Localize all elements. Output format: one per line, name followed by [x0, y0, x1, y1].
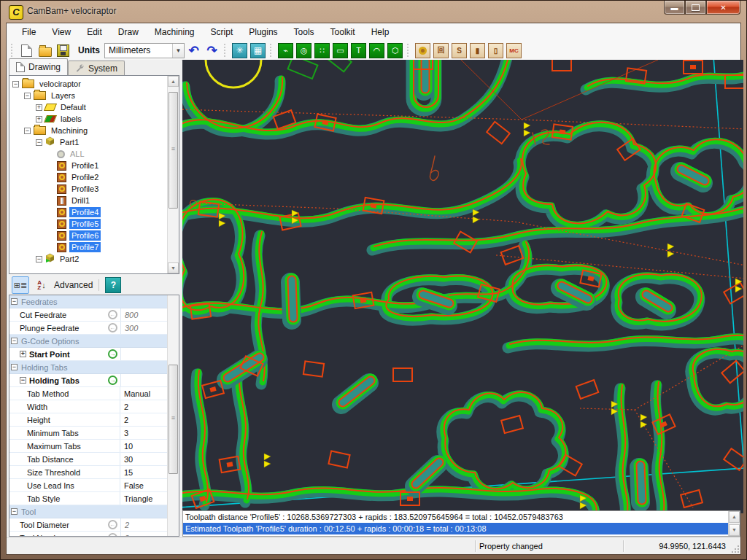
category-feedrates[interactable]: Feedrates — [9, 295, 179, 308]
scroll-up-icon[interactable]: ▲ — [168, 76, 179, 87]
menu-edit[interactable]: Edit — [79, 24, 110, 40]
set-value-icon[interactable]: → — [108, 376, 117, 385]
property-minimum-tabs[interactable]: Minimum Tabs3 — [9, 427, 179, 440]
tree-item-profile3[interactable]: Profile3 — [9, 183, 179, 195]
draw-polyline-button[interactable]: ⌁ — [277, 43, 294, 58]
property-height[interactable]: Height2 — [9, 413, 179, 427]
tab-system[interactable]: System — [68, 61, 125, 75]
tree-item-default-layer[interactable]: Default — [9, 101, 179, 113]
draw-text-button[interactable]: T — [350, 43, 367, 58]
category-gcode-options[interactable]: G-Code Options — [9, 335, 179, 348]
inherited-value-icon[interactable]: → — [108, 310, 117, 319]
drawing-tree[interactable]: velociraptor Layers Default labels Machi… — [9, 75, 179, 274]
draw-arc-button[interactable]: ◠ — [368, 43, 385, 58]
property-tool-number[interactable]: Tool Number→2 — [9, 532, 179, 537]
category-tool[interactable]: Tool — [9, 505, 179, 518]
toolpath-canvas[interactable] — [182, 60, 743, 513]
inherited-value-icon[interactable]: → — [108, 323, 117, 332]
menu-tools[interactable]: Tools — [286, 24, 322, 40]
property-size-threshold[interactable]: Size Threshold15 — [9, 466, 179, 479]
toggle-axes-button[interactable]: ✳ — [231, 43, 248, 58]
mop-engrave-button[interactable]: S — [451, 43, 468, 58]
tree-collapse-icon[interactable] — [12, 81, 19, 88]
units-combobox[interactable]: Millimeters ▼ — [104, 43, 185, 58]
mop-custom-button[interactable]: MC — [506, 43, 522, 58]
tree-item-profile7[interactable]: Profile7 — [9, 241, 179, 253]
tree-item-labels-layer[interactable]: labels — [9, 113, 179, 125]
property-start-point[interactable]: Start Point→ — [9, 348, 179, 361]
menu-view[interactable]: View — [44, 24, 79, 40]
close-button[interactable]: ✕ — [706, 1, 740, 15]
toggle-grid-button[interactable]: ▦ — [249, 43, 266, 58]
inherited-value-icon[interactable]: → — [108, 520, 117, 529]
alphabetical-sort-button[interactable]: AZ↓ — [34, 277, 50, 293]
tree-collapse-icon[interactable] — [36, 139, 42, 146]
property-tool-diameter[interactable]: Tool Diameter→2 — [9, 518, 179, 532]
mop-profile-button[interactable] — [414, 43, 431, 58]
tree-item-velociraptor[interactable]: velociraptor — [9, 78, 179, 90]
property-tab-style[interactable]: Tab StyleTriangle — [9, 492, 179, 505]
inherited-value-icon[interactable]: → — [108, 533, 117, 537]
chevron-down-icon[interactable]: ▼ — [172, 44, 184, 58]
menu-file[interactable]: File — [14, 24, 44, 40]
tree-item-drill1[interactable]: Drill1 — [9, 195, 179, 206]
property-cut-feedrate[interactable]: Cut Feedrate→800 — [9, 308, 179, 322]
collapse-icon[interactable] — [11, 508, 18, 515]
open-file-button[interactable] — [36, 43, 53, 58]
mop-pocket-button[interactable]: 回 — [433, 43, 449, 58]
resize-grip[interactable] — [730, 544, 740, 553]
draw-surface-button[interactable]: ⬡ — [387, 43, 403, 58]
undo-button[interactable]: ↶ — [185, 43, 202, 58]
draw-points-button[interactable]: ∷ — [314, 43, 330, 58]
menu-help[interactable]: Help — [363, 24, 398, 40]
collapse-icon[interactable] — [11, 364, 18, 370]
property-scrollbar[interactable] — [167, 295, 179, 536]
menu-machining[interactable]: Machining — [147, 24, 203, 40]
tree-item-profile4[interactable]: Profile4 — [9, 206, 179, 218]
title-bar[interactable]: C CamBam+ velociraptor ▬ ✕ — [1, 1, 746, 23]
property-width[interactable]: Width2 — [9, 400, 179, 413]
property-tab-distance[interactable]: Tab Distance30 — [9, 453, 179, 466]
tree-expand-icon[interactable] — [36, 104, 42, 111]
tree-collapse-icon[interactable] — [24, 93, 31, 99]
tree-expand-icon[interactable] — [36, 116, 42, 122]
draw-rectangle-button[interactable]: ▭ — [332, 43, 349, 58]
tree-scrollbar[interactable]: ▲ ▼ — [167, 76, 179, 273]
collapse-icon[interactable] — [11, 338, 18, 344]
message-log[interactable]: Toolpath distance 'Profile5' : 10268.536… — [182, 510, 740, 537]
minimize-button[interactable]: ▬ — [664, 1, 685, 15]
tree-item-part2[interactable]: Part2 — [9, 253, 179, 265]
property-grid[interactable]: Feedrates Cut Feedrate→800 Plunge Feedra… — [9, 295, 179, 537]
tree-collapse-icon[interactable] — [36, 256, 42, 262]
mop-drill-button[interactable]: ▮ — [469, 43, 486, 58]
property-tab-method[interactable]: Tab MethodManual — [9, 387, 179, 400]
machining-viewport[interactable] — [182, 60, 740, 510]
save-file-button[interactable] — [55, 43, 71, 58]
property-use-lead-ins[interactable]: Use Lead InsFalse — [9, 479, 179, 492]
menu-plugins[interactable]: Plugins — [241, 24, 285, 40]
scroll-down-icon[interactable]: ▼ — [168, 262, 179, 273]
log-line-distance[interactable]: Toolpath distance 'Profile5' : 10268.536… — [183, 511, 740, 523]
tree-item-profile1[interactable]: Profile1 — [9, 160, 179, 171]
new-document-button[interactable] — [18, 43, 35, 58]
tree-item-machining[interactable]: Machining — [9, 125, 179, 136]
scroll-up-icon[interactable]: ▲ — [729, 511, 740, 523]
menu-draw[interactable]: Draw — [110, 24, 147, 40]
categorized-view-button[interactable]: ⊞≣ — [12, 276, 29, 294]
scrollbar-thumb[interactable] — [169, 92, 178, 209]
tree-item-profile2[interactable]: Profile2 — [9, 171, 179, 183]
advanced-toggle[interactable]: Advanced — [54, 280, 93, 290]
log-scrollbar[interactable]: ▲ ▼ — [728, 511, 740, 536]
log-line-duration[interactable]: Estimated Toolpath 'Profile5' duration :… — [183, 523, 740, 534]
scroll-down-icon[interactable]: ▼ — [729, 524, 740, 536]
tree-item-layers[interactable]: Layers — [9, 90, 179, 101]
help-button[interactable]: ? — [105, 277, 121, 293]
category-holding-tabs[interactable]: Holding Tabs — [9, 361, 179, 374]
collapse-icon[interactable] — [11, 298, 18, 305]
tab-drawing[interactable]: Drawing — [9, 58, 68, 75]
menu-script[interactable]: Script — [203, 24, 241, 40]
redo-button[interactable]: ↷ — [204, 43, 220, 58]
set-value-icon[interactable]: → — [108, 349, 117, 359]
property-maximum-tabs[interactable]: Maximum Tabs10 — [9, 440, 179, 453]
menu-toolkit[interactable]: Toolkit — [322, 24, 363, 40]
